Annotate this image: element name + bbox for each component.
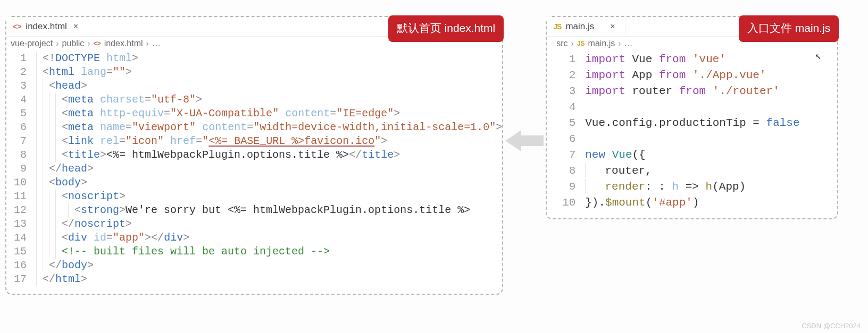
editor-panel-main-js: 入口文件 main.js ↖ JS main.js × src › JS mai… — [546, 16, 838, 219]
chevron-right-icon: › — [146, 39, 149, 48]
line-number: 13 — [6, 217, 36, 231]
line-number: 5 — [547, 115, 585, 131]
line-number: 4 — [547, 99, 585, 115]
tab-label: index.html — [26, 21, 66, 32]
js-file-icon: JS — [577, 40, 585, 47]
crumb[interactable]: index.html — [104, 39, 143, 48]
chevron-right-icon: › — [87, 39, 90, 48]
line-number: 6 — [6, 121, 36, 134]
chevron-right-icon: › — [618, 39, 621, 48]
diagnostic-underline: <%= BASE_URL %>favicon.ico — [208, 135, 374, 147]
line-number: 3 — [6, 79, 36, 93]
tab-index-html[interactable]: <> index.html × — [6, 17, 88, 36]
line-number: 4 — [6, 93, 36, 107]
tab-main-js[interactable]: JS main.js × — [547, 17, 625, 36]
line-number: 8 — [547, 163, 585, 179]
line-number: 15 — [6, 245, 36, 259]
chevron-right-icon: › — [571, 39, 574, 48]
cursor-icon: ↖ — [815, 49, 821, 62]
line-number: 5 — [6, 107, 36, 121]
html-file-icon: <> — [13, 22, 21, 31]
js-file-icon: JS — [553, 22, 561, 31]
line-number: 1 — [6, 52, 36, 65]
line-number: 8 — [6, 148, 36, 162]
crumb[interactable]: public — [62, 39, 84, 48]
close-icon[interactable]: × — [608, 22, 617, 31]
crumb: … — [624, 39, 633, 48]
crumb[interactable]: main.js — [588, 39, 615, 48]
badge-right: 入口文件 main.js — [739, 15, 839, 42]
code-editor-right[interactable]: 1import Vue from 'vue' 2import App from … — [547, 52, 837, 218]
line-number: 14 — [6, 231, 36, 245]
html-file-icon: <> — [94, 40, 101, 47]
line-number: 9 — [6, 162, 36, 176]
line-number: 16 — [6, 259, 36, 272]
line-number: 9 — [547, 179, 585, 195]
arrow-left-icon — [503, 16, 546, 154]
line-number: 3 — [547, 83, 585, 99]
line-number: 1 — [547, 52, 585, 67]
svg-marker-0 — [505, 130, 544, 151]
line-number: 10 — [6, 176, 36, 190]
line-number: 10 — [547, 195, 585, 211]
badge-left: 默认首页 index.html — [388, 15, 504, 42]
chevron-right-icon: › — [56, 39, 59, 48]
crumb[interactable]: src — [556, 39, 567, 48]
code-editor-left[interactable]: 1<!DOCTYPE html> 2<html lang=""> 3<head>… — [6, 52, 502, 294]
line-number: 7 — [6, 134, 36, 148]
crumb[interactable]: vue-project — [11, 39, 53, 48]
line-number: 11 — [6, 190, 36, 203]
line-number: 17 — [6, 272, 36, 286]
close-icon[interactable]: × — [71, 22, 80, 31]
line-number: 12 — [6, 203, 36, 217]
tab-label: main.js — [565, 21, 594, 32]
line-number: 6 — [547, 131, 585, 147]
editor-panel-index-html: 默认首页 index.html <> index.html × vue-proj… — [5, 16, 503, 295]
line-number: 2 — [6, 65, 36, 79]
line-number: 2 — [547, 67, 585, 83]
crumb: … — [152, 39, 161, 48]
line-number: 7 — [547, 147, 585, 163]
